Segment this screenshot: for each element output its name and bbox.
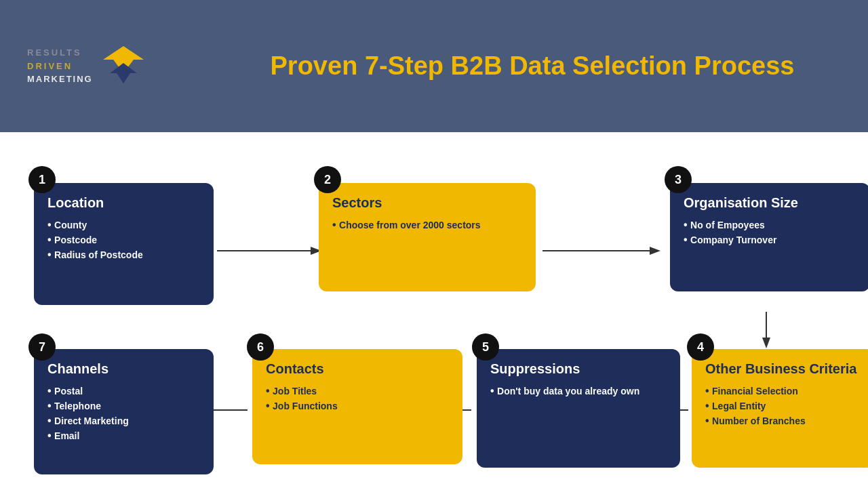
step6-item-2: Job Functions <box>266 399 449 413</box>
step3-list: No of Empoyees Company Turnover <box>684 218 856 247</box>
step-box-orgsize: Organisation Size No of Empoyees Company… <box>670 183 868 291</box>
step7-item-2: Telephone <box>47 399 200 413</box>
main-content: 1 Location County Postcode Radius of Pos… <box>0 132 868 488</box>
logo-area: RESULTS DRIVEN MARKETING <box>27 43 210 90</box>
step4-item-1: Financial Selection <box>705 384 861 399</box>
page-title: Proven 7-Step B2B Data Selection Process <box>210 52 841 81</box>
logo-icon <box>100 43 147 90</box>
step2-title: Sectors <box>332 195 522 211</box>
step1-list: County Postcode Radius of Postcode <box>47 218 200 262</box>
step5-title: Suppressions <box>490 361 667 377</box>
step7-list: Postal Telephone Direct Marketing Email <box>47 384 200 443</box>
step2-item-1: Choose from over 2000 sectors <box>332 218 522 232</box>
logo-line1: RESULTS <box>27 46 93 60</box>
step-box-contacts: Contacts Job Titles Job Functions <box>252 349 462 464</box>
step-num-1: 1 <box>28 166 56 193</box>
step-num-7: 7 <box>28 333 56 361</box>
logo-line2: DRIVEN <box>27 60 93 73</box>
step5-list: Don't buy data you already own <box>490 384 667 399</box>
step1-title: Location <box>47 195 200 211</box>
header: RESULTS DRIVEN MARKETING Proven 7-Step B… <box>0 0 868 132</box>
step3-item-2: Company Turnover <box>684 232 856 247</box>
logo-line3: MARKETING <box>27 73 93 86</box>
step7-item-4: Email <box>47 428 200 443</box>
step6-list: Job Titles Job Functions <box>266 384 449 413</box>
step-num-4: 4 <box>687 333 714 361</box>
step4-list: Financial Selection Legal Entity Number … <box>705 384 861 428</box>
step-box-otherbiz: Other Business Criteria Financial Select… <box>692 349 868 468</box>
step-num-2: 2 <box>314 166 341 193</box>
step1-item-1: County <box>47 218 200 232</box>
step-num-5: 5 <box>472 333 499 361</box>
step1-item-2: Postcode <box>47 232 200 247</box>
step6-item-1: Job Titles <box>266 384 449 399</box>
svg-marker-1 <box>110 63 137 83</box>
step-box-channels: Channels Postal Telephone Direct Marketi… <box>34 349 214 474</box>
step3-title: Organisation Size <box>684 195 856 211</box>
step3-item-1: No of Empoyees <box>684 218 856 232</box>
step4-title: Other Business Criteria <box>705 361 861 377</box>
step-box-location: Location County Postcode Radius of Postc… <box>34 183 214 305</box>
step5-item-1: Don't buy data you already own <box>490 384 667 399</box>
step4-item-2: Legal Entity <box>705 399 861 413</box>
step7-item-1: Postal <box>47 384 200 399</box>
step2-list: Choose from over 2000 sectors <box>332 218 522 232</box>
step7-title: Channels <box>47 361 200 377</box>
step7-item-3: Direct Marketing <box>47 413 200 428</box>
logo-text: RESULTS DRIVEN MARKETING <box>27 46 93 86</box>
steps-container: 1 Location County Postcode Radius of Pos… <box>20 146 848 478</box>
step4-item-3: Number of Branches <box>705 413 861 428</box>
step-box-suppressions: Suppressions Don't buy data you already … <box>477 349 680 468</box>
step1-item-3: Radius of Postcode <box>47 247 200 262</box>
step-num-6: 6 <box>247 333 274 361</box>
step6-title: Contacts <box>266 361 449 377</box>
step-num-3: 3 <box>665 166 692 193</box>
step-box-sectors: Sectors Choose from over 2000 sectors <box>319 183 536 291</box>
